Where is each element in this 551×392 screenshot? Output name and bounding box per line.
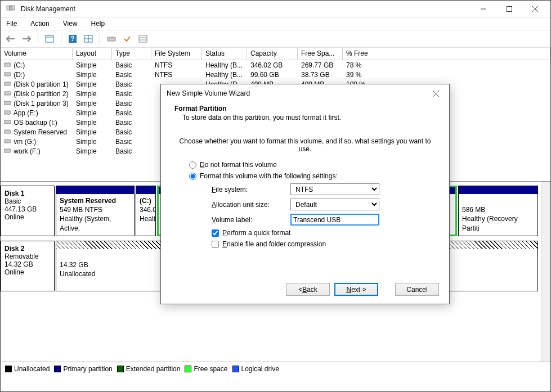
dialog-title: New Simple Volume Wizard <box>167 89 428 97</box>
volume-icon <box>4 80 12 88</box>
radio-do-not-format-input[interactable] <box>189 161 196 169</box>
partition-recovery[interactable]: 586 MB Healthy (Recovery Partiti <box>458 186 538 236</box>
toolbar-list-icon[interactable] <box>136 32 150 46</box>
select-allocation-unit[interactable]: Default <box>290 199 379 210</box>
svg-rect-19 <box>4 82 11 85</box>
volume-icon <box>4 61 12 69</box>
toolbar: ? <box>1 30 550 48</box>
legend-logical: Logical drive <box>232 365 279 373</box>
back-button[interactable]: < Back <box>286 283 330 296</box>
label-file-system: File system: <box>212 186 290 193</box>
svg-rect-25 <box>4 139 11 143</box>
wizard-step-title: Format Partition <box>174 105 436 112</box>
dialog-body: Choose whether you want to format this v… <box>161 127 449 248</box>
volume-icon <box>4 119 12 127</box>
dialog-footer: < Back Next > Cancel <box>286 283 439 296</box>
radio-format-input[interactable] <box>189 173 196 180</box>
col-volume[interactable]: Volume <box>1 48 73 60</box>
minimize-button[interactable] <box>471 1 496 17</box>
disk-2-name: Disk 2 <box>5 245 51 253</box>
forward-button[interactable] <box>20 32 33 46</box>
volume-icon <box>4 71 12 79</box>
partition-bar <box>136 186 155 194</box>
legend-unallocated: Unallocated <box>5 365 50 373</box>
legend-extended: Extended partition <box>117 365 181 373</box>
svg-rect-24 <box>4 130 11 133</box>
svg-text:?: ? <box>70 35 74 43</box>
svg-rect-21 <box>4 101 11 105</box>
checkbox-quick-format[interactable]: Perform a quick format <box>212 229 432 237</box>
volume-icon <box>4 90 12 98</box>
radio-format-with-settings[interactable]: Format this volume with the following se… <box>189 172 432 180</box>
app-icon <box>6 3 17 15</box>
legend: Unallocated Primary partition Extended p… <box>1 362 550 375</box>
disk-1-size: 447.13 GB <box>5 205 51 213</box>
menubar: File Action View Help <box>1 17 550 30</box>
checkbox-compression-input[interactable] <box>212 241 219 248</box>
input-volume-label[interactable] <box>290 214 379 226</box>
disk-2-label[interactable]: Disk 2 Removable 14.32 GB Online <box>1 241 55 291</box>
menu-file[interactable]: File <box>4 19 19 29</box>
disk-2-state: Online <box>5 268 51 276</box>
legend-free: Free space <box>185 365 227 373</box>
toolbar-disk-icon[interactable] <box>105 32 118 46</box>
help-icon[interactable]: ? <box>66 32 79 46</box>
col-fs[interactable]: File System <box>151 48 202 60</box>
new-simple-volume-wizard: New Simple Volume Wizard Format Partitio… <box>160 84 450 304</box>
close-button[interactable] <box>522 1 548 17</box>
next-button[interactable]: Next > <box>334 283 378 296</box>
disk-2-size: 14.32 GB <box>5 260 51 268</box>
col-capacity[interactable]: Capacity <box>247 48 298 60</box>
svg-rect-20 <box>4 92 11 95</box>
partition-system-reserved[interactable]: System Reserved 549 MB NTFS Healthy (Sys… <box>56 186 135 236</box>
partition-bar <box>56 186 134 194</box>
row-file-system: File system: NTFS <box>212 183 432 195</box>
volume-icon <box>4 128 12 136</box>
svg-point-1 <box>9 6 12 10</box>
svg-rect-23 <box>4 120 11 124</box>
toolbar-grid-icon[interactable] <box>82 32 95 46</box>
radio-do-not-format[interactable]: DDo not format this volumeo not format t… <box>189 161 432 169</box>
wizard-intro-text: Choose whether you want to format this v… <box>178 137 432 153</box>
volume-icon <box>4 109 12 117</box>
row-volume-label: Volume label: <box>212 214 432 226</box>
checkbox-quick-format-input[interactable] <box>212 229 219 237</box>
checkbox-compression[interactable]: Enable file and folder compression <box>212 240 432 248</box>
partition-c[interactable]: (C:) 346.0 Healt <box>136 186 156 236</box>
volume-row[interactable]: (D:)SimpleBasicNTFSHealthy (B...99.60 GB… <box>1 70 550 79</box>
volume-icon <box>4 138 12 146</box>
dialog-header: Format Partition To store data on this p… <box>161 102 449 127</box>
toolbar-view-icon[interactable] <box>43 32 56 46</box>
dialog-titlebar: New Simple Volume Wizard <box>161 84 449 102</box>
menu-help[interactable]: Help <box>89 19 107 29</box>
disk-1-name: Disk 1 <box>5 190 51 197</box>
disk-1-state: Online <box>5 213 51 221</box>
svg-rect-18 <box>4 73 11 76</box>
volume-row[interactable]: (C:)SimpleBasicNTFSHealthy (B...346.02 G… <box>1 60 550 70</box>
window-title: Disk Management <box>21 5 471 13</box>
menu-view[interactable]: View <box>61 19 80 29</box>
col-pct[interactable]: % Free <box>343 48 550 60</box>
col-type[interactable]: Type <box>112 48 151 60</box>
disk-1-label[interactable]: Disk 1 Basic 447.13 GB Online <box>1 186 55 236</box>
svg-rect-3 <box>507 6 512 11</box>
col-layout[interactable]: Layout <box>73 48 112 60</box>
volume-icon <box>4 147 12 155</box>
toolbar-check-icon[interactable] <box>120 32 134 46</box>
svg-rect-17 <box>4 63 11 66</box>
wizard-step-subtitle: To store data on this partition, you mus… <box>174 114 436 121</box>
menu-action[interactable]: Action <box>28 19 51 29</box>
cancel-button[interactable]: Cancel <box>395 283 439 296</box>
window-controls <box>471 1 548 17</box>
svg-rect-14 <box>139 35 147 42</box>
col-status[interactable]: Status <box>202 48 247 60</box>
maximize-button[interactable] <box>496 1 522 17</box>
graph-scrollbar[interactable] <box>541 182 550 362</box>
dialog-close-button[interactable] <box>428 85 444 101</box>
disk-1-type: Basic <box>5 197 51 205</box>
volume-icon <box>4 100 12 107</box>
disk-2-type: Removable <box>5 253 51 260</box>
back-button[interactable] <box>4 32 17 46</box>
col-free[interactable]: Free Spa... <box>298 48 343 60</box>
select-file-system[interactable]: NTFS <box>290 183 379 195</box>
